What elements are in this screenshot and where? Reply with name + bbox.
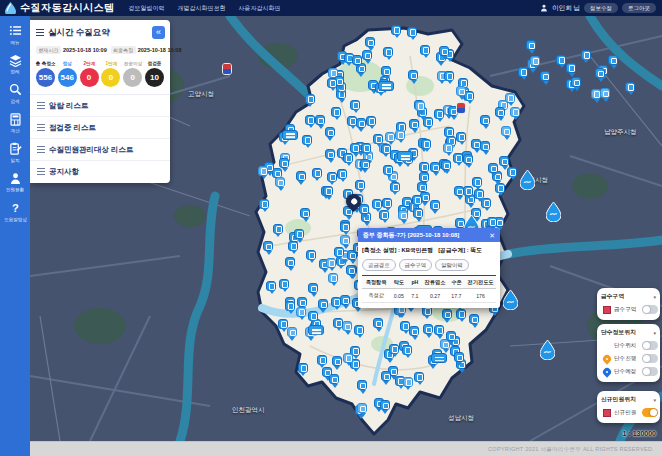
menu-user-monitor[interactable]: 사용자감시화면 (239, 4, 281, 13)
person-icon (9, 172, 22, 185)
legend-card-supply-area: 급수구역 ▾ 급수구역 (597, 288, 660, 320)
supply-area-icon (603, 306, 611, 314)
place-label: 고양시청 (188, 90, 214, 99)
popup-description: [측정소 설명] : KB국민은행 [공급수계] : 뚝도 (362, 246, 496, 255)
left-sidebar: 메뉴 범례 검색 계산 (0, 16, 30, 456)
sidebar-item-search[interactable]: 검색 (0, 83, 30, 104)
top-menu: 경보알림이력 개별감시화면전환 사용자감시화면 (129, 4, 281, 13)
edit-info-button[interactable]: 정보수정 (584, 3, 618, 13)
place-label: 구리시청 (522, 176, 548, 185)
map-scale-label: 1 : 130000 (623, 430, 656, 437)
panel-header: 실시간 수질요약 « (30, 20, 170, 44)
menu-alarm-history[interactable]: 경보알림이력 (129, 4, 165, 13)
top-right-area: 이인희 님 정보수정 로그아웃 (540, 3, 662, 13)
realtime-summary-panel: 실시간 수질요약 « 현재시간 2025-10-18 10:09 최종측정 20… (30, 20, 170, 183)
inspection-list-row[interactable]: 점검중 리스트 (30, 117, 170, 139)
close-icon[interactable]: ✕ (489, 232, 495, 239)
sidebar-item-help[interactable]: ? 도움말영상 (0, 201, 30, 222)
user-icon (540, 4, 548, 12)
layers-icon (9, 54, 22, 67)
sidebar-item-menu[interactable]: 메뉴 (0, 24, 30, 45)
current-time-chip: 현재시간 2025-10-18 10:09 (36, 46, 107, 54)
app-window: 고양시청남양주시청구리시청인천광역시성남시청 1 : 130000 수질자동감시… (0, 0, 662, 456)
sidebar-item-calculator[interactable]: 계산 (0, 113, 30, 134)
footer-bar: COPYRIGHT 2021 서울아리수본부 ALL RIGHTS RESERV… (30, 441, 662, 456)
status-summary-row: 총 측정소 556 정상 546 2단계 0 1단계 0 전송이상 0 점검중 … (30, 59, 170, 95)
legend-card-water-cutoff: 단수정보위치 ▾ 단수위치 단수진행 단수예정 (597, 324, 660, 382)
measurement-table: 측정항목 탁도 pH 잔류염소 수온 전기전도도 측정값 0.05 7.1 0.… (362, 275, 496, 303)
clipboard-pencil-icon (9, 142, 22, 155)
legend-row-new-complaint: 신규민원 (601, 406, 656, 419)
popup-buttons: 공급경로 급수구역 알람이력 (362, 259, 496, 271)
svg-text:?: ? (12, 202, 19, 214)
alarm-list-row[interactable]: 알람 리스트 (30, 95, 170, 117)
cutoff-scheduled-toggle[interactable] (642, 367, 658, 376)
last-measured-chip: 최종측정 2025-10-18 10:08 (111, 46, 182, 54)
popup-title: 중부 중화동-7가 [2025-10-18 10:08] (363, 231, 459, 240)
copyright-text: COPYRIGHT 2021 서울아리수본부 ALL RIGHTS RESERV… (488, 446, 654, 453)
supply-route-button[interactable]: 공급경로 (362, 259, 396, 271)
stat-transmission-error[interactable]: 전송이상 0 (122, 60, 143, 87)
sidebar-item-personnel[interactable]: 인원현황 (0, 172, 30, 193)
cutoff-location-toggle[interactable] (642, 341, 658, 350)
station-info-popup: 중부 중화동-7가 [2025-10-18 10:08] ✕ [측정소 설명] … (358, 228, 500, 308)
stat-normal[interactable]: 정상 546 (57, 60, 78, 87)
alarm-history-button[interactable]: 알람이력 (435, 259, 469, 271)
menu-individual-monitor[interactable]: 개별감시화면전환 (178, 4, 226, 13)
notice-row[interactable]: 공지사항 (30, 161, 170, 182)
list-icon (37, 146, 45, 153)
legend-row-cutoff-inprogress: 단수진행 (601, 352, 656, 365)
cutoff-inprogress-toggle[interactable] (642, 354, 658, 363)
new-complaint-toggle[interactable] (642, 408, 658, 417)
question-mark-icon: ? (9, 201, 22, 214)
place-label: 성남시청 (448, 414, 474, 423)
water-drop-logo-icon (5, 2, 16, 14)
stat-total-stations[interactable]: 총 측정소 556 (35, 60, 56, 87)
chevron-down-icon[interactable]: ▾ (653, 397, 656, 403)
calculator-icon (9, 113, 22, 126)
chevron-down-icon[interactable]: ▾ (653, 330, 656, 336)
logout-button[interactable]: 로그아웃 (622, 3, 656, 13)
legend-card-new-complaint: 신규민원위치 ▾ 신규민원 (597, 391, 660, 423)
list-icon (37, 102, 45, 109)
chevron-down-icon[interactable]: ▾ (653, 294, 656, 300)
menu-list-icon (9, 24, 22, 37)
list-icon (37, 168, 45, 175)
supply-system: [공급수계] : 뚝도 (438, 246, 482, 255)
sidebar-item-legend[interactable]: 범례 (0, 54, 30, 75)
complaint-target-list-row[interactable]: 수질민원관리대상 리스트 (30, 139, 170, 161)
supply-area-toggle[interactable] (642, 305, 658, 314)
blue-pin-icon (601, 366, 612, 377)
station-description: [측정소 설명] : KB국민은행 (362, 246, 433, 255)
sidebar-item-log[interactable]: 일지 (0, 142, 30, 163)
panel-title: 실시간 수질요약 (48, 27, 110, 39)
panel-time-row: 현재시간 2025-10-18 10:09 최종측정 2025-10-18 10… (30, 44, 170, 59)
panel-title-icon (36, 29, 44, 36)
stat-under-inspection[interactable]: 점검중 10 (144, 60, 165, 87)
stat-level2[interactable]: 2단계 0 (79, 60, 100, 87)
place-label: 남양주시청 (604, 128, 637, 137)
panel-collapse-button[interactable]: « (152, 26, 165, 39)
legend-row-supply-area: 급수구역 (601, 303, 656, 316)
popup-header[interactable]: 중부 중화동-7가 [2025-10-18 10:08] ✕ (358, 228, 500, 242)
stat-level1[interactable]: 1단계 0 (100, 60, 121, 87)
popup-body: [측정소 설명] : KB국민은행 [공급수계] : 뚝도 공급경로 급수구역 … (358, 242, 500, 308)
legend-row-cutoff-location: 단수위치 (601, 339, 656, 352)
supply-area-button[interactable]: 급수구역 (399, 259, 433, 271)
top-header: 수질자동감시시스템 경보알림이력 개별감시화면전환 사용자감시화면 이인희 님 … (0, 0, 662, 16)
search-icon (9, 83, 22, 96)
orange-pin-icon (601, 353, 612, 364)
app-title: 수질자동감시시스템 (20, 1, 115, 15)
table-header-row: 측정항목 탁도 pH 잔류염소 수온 전기전도도 (362, 276, 496, 289)
new-complaint-icon (603, 409, 611, 417)
place-label: 인천광역시 (232, 406, 265, 415)
table-value-row: 측정값 0.05 7.1 0.27 17.7 176 (362, 289, 496, 303)
legend-row-cutoff-scheduled: 단수예정 (601, 365, 656, 378)
user-name: 이인희 님 (552, 4, 580, 13)
list-icon (37, 124, 45, 131)
